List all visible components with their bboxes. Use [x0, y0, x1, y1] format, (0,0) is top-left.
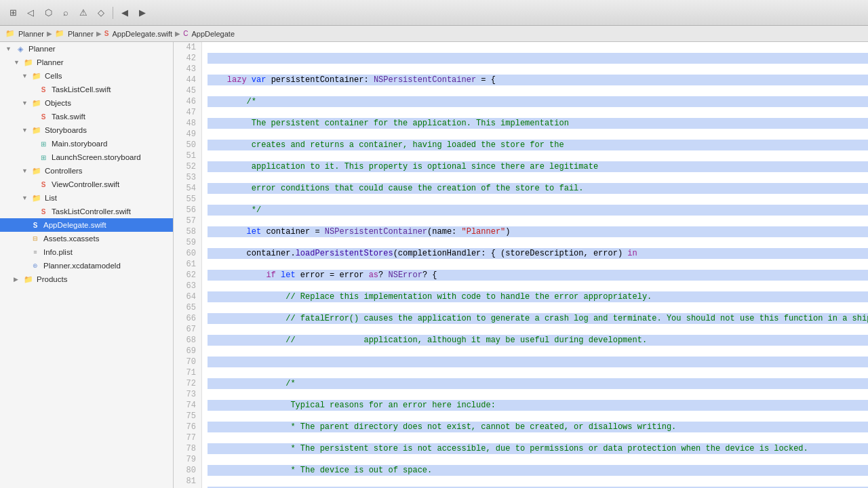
project-nav-icon[interactable]: ⊞ — [5, 5, 20, 20]
xcassets-icon: ⊟ — [30, 233, 41, 244]
toggle-cells[interactable]: ▼ — [22, 73, 30, 79]
search-icon[interactable]: ⌕ — [58, 5, 73, 20]
sidebar-item-task[interactable]: S Task.swift — [0, 110, 173, 123]
sidebar-item-cells[interactable]: ▼ 📁 Cells — [0, 69, 173, 83]
sidebar-label-planner-group: Planner — [37, 58, 64, 66]
storyboard-main-icon: ⊞ — [38, 138, 49, 149]
code-line-45: creates and returns a container, having … — [208, 140, 868, 150]
code-line-46: application to it. This property is opti… — [208, 161, 868, 172]
code-line-54 — [208, 357, 868, 367]
folder-planner-icon: 📁 — [23, 57, 34, 68]
sidebar-label-list: List — [45, 194, 57, 202]
sidebar-item-launchscreen[interactable]: ⊞ LaunchScreen.storyboard — [0, 150, 173, 164]
code-line-42: lazy var persistentContainer: NSPersiste… — [208, 75, 868, 85]
sidebar-item-mainstoryboard[interactable]: ⊞ Main.storyboard — [0, 137, 173, 150]
toggle-storyboards[interactable]: ▼ — [22, 127, 30, 134]
sidebar-item-appdelegate[interactable]: S AppDelegate.swift — [0, 218, 173, 232]
sidebar-label-launchscreen: LaunchScreen.storyboard — [52, 153, 141, 161]
toggle-objects[interactable]: ▼ — [22, 100, 30, 106]
line-numbers: 41 42 43 44 45 46 47 48 49 50 51 52 53 5… — [174, 42, 202, 488]
code-line-47: error conditions that could cause the cr… — [208, 183, 868, 194]
sidebar-label-infoplist: Info.plist — [43, 248, 73, 256]
sidebar-item-assets[interactable]: ⊟ Assets.xcassets — [0, 232, 173, 245]
toggle-planner-group[interactable]: ▼ — [14, 59, 22, 66]
breadcrumb-arrow-1: ▶ — [47, 30, 52, 37]
sidebar-label-products: Products — [37, 275, 67, 283]
breadcrumb: 📁 Planner ▶ 📁 Planner ▶ S AppDelegate.sw… — [0, 26, 868, 42]
toolbar-separator-1 — [113, 7, 113, 19]
storyboard-launch-icon: ⊞ — [38, 152, 49, 163]
source-ctrl-icon[interactable]: ◁ — [23, 5, 38, 20]
code-content[interactable]: lazy var persistentContainer: NSPersiste… — [202, 42, 868, 488]
breadcrumb-planner-1: Planner — [18, 30, 44, 38]
sidebar-item-tasklistcontroller[interactable]: S TaskListController.swift — [0, 205, 173, 218]
sidebar-item-planner-group[interactable]: ▼ 📁 Planner — [0, 56, 173, 69]
breadcrumb-symbol: AppDelegate — [191, 30, 235, 38]
folder-products-icon: 📁 — [23, 274, 34, 285]
breadcrumb-planner-icon[interactable]: 📁 Planner — [5, 29, 44, 38]
code-line-41 — [208, 53, 868, 64]
sidebar-label-appdelegate: AppDelegate.swift — [43, 221, 106, 229]
sidebar-item-controllers[interactable]: ▼ 📁 Controllers — [0, 164, 173, 178]
sidebar-label-objects: Objects — [45, 99, 71, 107]
code-area[interactable]: 41 42 43 44 45 46 47 48 49 50 51 52 53 5… — [174, 42, 868, 488]
toggle-list[interactable]: ▼ — [22, 195, 30, 201]
folder-cells-icon: 📁 — [31, 70, 42, 81]
code-line-50: container.loadPersistentStores(completio… — [208, 248, 868, 259]
folder-storyboards-icon: 📁 — [31, 125, 42, 136]
breadcrumb-planner-2: Planner — [68, 30, 94, 38]
code-line-53: // fatalError() causes the application t… — [208, 313, 868, 324]
swift-tasklistcontroller-icon: S — [38, 206, 49, 217]
folder-controllers-icon: 📁 — [31, 165, 42, 176]
swift-tasklistcell-icon: S — [38, 84, 49, 95]
sidebar-item-infoplist[interactable]: ≡ Info.plist — [0, 245, 173, 259]
toggle-controllers[interactable]: ▼ — [22, 167, 30, 174]
symbol-nav-icon[interactable]: ⬡ — [41, 5, 56, 20]
code-line-44: The persistent container for the applica… — [208, 118, 868, 129]
swift-appdelegate-icon: S — [30, 220, 41, 230]
breadcrumb-file-item[interactable]: S AppDelegate.swift — [104, 30, 172, 38]
code-line-58: * The persistent store is not accessible… — [208, 443, 868, 454]
sidebar-item-datamodel[interactable]: ⊛ Planner.xcdatamodeld — [0, 259, 173, 272]
toggle-products[interactable]: ▶ — [14, 276, 22, 283]
breakpoint-icon[interactable]: ◇ — [94, 5, 108, 20]
code-line-48: */ — [208, 205, 868, 216]
sidebar-item-products[interactable]: ▶ 📁 Products — [0, 272, 173, 286]
breadcrumb-arrow-2: ▶ — [96, 30, 102, 37]
toolbar: ⊞ ◁ ⬡ ⌕ ⚠ ◇ ◀ ▶ — [0, 0, 868, 26]
sidebar-label-datamodel: Planner.xcdatamodeld — [43, 262, 121, 270]
sidebar-label-mainstoryboard: Main.storyboard — [52, 140, 107, 148]
breadcrumb-planner-2-item[interactable]: 📁 Planner — [55, 29, 94, 38]
code-editor[interactable]: 41 42 43 44 45 46 47 48 49 50 51 52 53 5… — [174, 42, 868, 488]
sidebar-item-objects[interactable]: ▼ 📁 Objects — [0, 96, 173, 110]
sidebar-label-planner-root: Planner — [28, 45, 56, 53]
warning-icon[interactable]: ⚠ — [76, 5, 91, 20]
sidebar-item-list[interactable]: ▼ 📁 List — [0, 191, 173, 205]
sidebar-item-viewcontroller[interactable]: S ViewController.swift — [0, 178, 173, 191]
code-line-53b: // application, although it may be usefu… — [208, 335, 868, 346]
sidebar-label-tasklistcell: TaskListCell.swift — [52, 85, 111, 94]
swift-viewcontroller-icon: S — [38, 179, 49, 190]
sidebar-label-assets: Assets.xcassets — [43, 235, 99, 243]
plist-icon: ≡ — [30, 247, 41, 258]
breadcrumb-symbol-item[interactable]: C AppDelegate — [183, 30, 235, 38]
sidebar-item-storyboards[interactable]: ▼ 📁 Storyboards — [0, 123, 173, 137]
code-line-55: /* — [208, 378, 868, 389]
code-line-52: // Replace this implementation with code… — [208, 291, 868, 302]
swift-task-icon: S — [38, 111, 49, 122]
toggle-planner-root[interactable]: ▼ — [5, 45, 14, 52]
sidebar-item-planner-root[interactable]: ▼ ◈ Planner — [0, 42, 173, 56]
sidebar-label-controllers: Controllers — [45, 167, 83, 175]
code-line-43: /* — [208, 96, 868, 107]
code-line-59: * The device is out of space. — [208, 465, 868, 476]
breadcrumb-arrow-3: ▶ — [175, 30, 180, 37]
sidebar-label-task: Task.swift — [52, 113, 85, 121]
folder-list-icon: 📁 — [31, 192, 42, 203]
nav-forward-icon[interactable]: ▶ — [135, 5, 150, 20]
nav-back-icon[interactable]: ◀ — [117, 5, 132, 20]
sidebar-label-cells: Cells — [45, 72, 62, 80]
xcdatamodel-icon: ⊛ — [30, 260, 41, 271]
main-area: ▼ ◈ Planner ▼ 📁 Planner ▼ 📁 Cells S Task… — [0, 42, 868, 488]
sidebar: ▼ ◈ Planner ▼ 📁 Planner ▼ 📁 Cells S Task… — [0, 42, 174, 488]
sidebar-item-tasklistcell[interactable]: S TaskListCell.swift — [0, 83, 173, 96]
